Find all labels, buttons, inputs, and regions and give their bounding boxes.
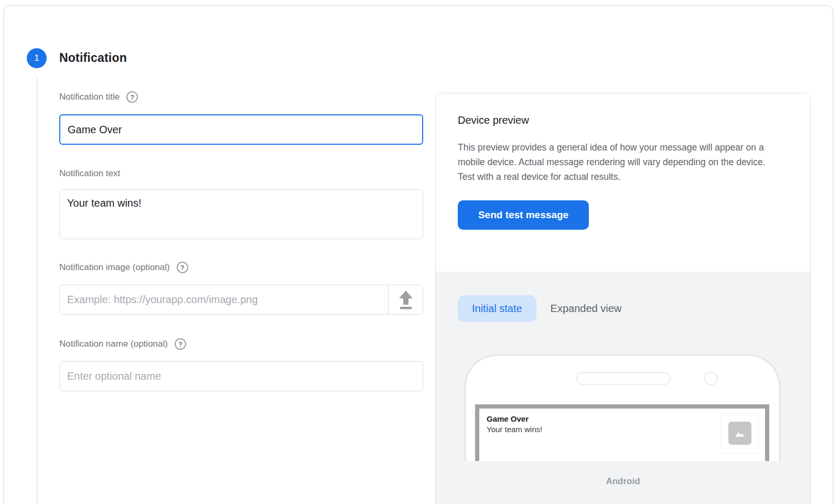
preview-notification-title: Game Over bbox=[487, 414, 758, 424]
device-preview-panel: Device preview This preview provides a g… bbox=[435, 93, 811, 504]
notification-title-input[interactable] bbox=[59, 114, 423, 145]
preview-notification-text: Your team wins! bbox=[487, 424, 758, 435]
notification-name-label-row: Notification name (optional) ? bbox=[59, 338, 186, 350]
notification-image-label-row: Notification image (optional) ? bbox=[59, 262, 188, 273]
help-icon[interactable]: ? bbox=[177, 262, 188, 273]
notification-text-label: Notification text bbox=[59, 168, 120, 179]
notification-title-label: Notification title bbox=[59, 92, 120, 102]
send-test-message-button[interactable]: Send test message bbox=[458, 200, 589, 230]
tab-expanded-view[interactable]: Expanded view bbox=[551, 303, 622, 315]
phone-camera bbox=[704, 372, 718, 385]
notification-text-label-row: Notification text bbox=[59, 168, 120, 179]
phone-illustration: Game Over Your team wins! bbox=[464, 354, 781, 461]
device-preview-description: This preview provides a general idea of … bbox=[458, 140, 775, 184]
preview-notification-content: Game Over Your team wins! bbox=[479, 409, 765, 461]
tab-initial-state[interactable]: Initial state bbox=[458, 295, 536, 322]
notification-name-label: Notification name (optional) bbox=[59, 339, 168, 349]
help-icon[interactable]: ? bbox=[175, 338, 186, 350]
notification-title-label-row: Notification title ? bbox=[59, 91, 138, 103]
step-number-badge: 1 bbox=[27, 48, 47, 68]
device-preview-stage: Initial state Expanded view Game Over Yo… bbox=[436, 272, 810, 504]
notification-image-input[interactable] bbox=[60, 285, 388, 314]
notification-name-input[interactable] bbox=[59, 361, 423, 391]
upload-icon bbox=[397, 289, 415, 310]
notification-image-label: Notification image (optional) bbox=[59, 262, 170, 273]
section-title: Notification bbox=[59, 51, 127, 65]
image-placeholder-icon bbox=[728, 422, 751, 445]
preview-tabs: Initial state Expanded view bbox=[458, 295, 621, 322]
stepper-line bbox=[37, 78, 38, 504]
platform-label: Android bbox=[436, 476, 810, 487]
preview-notification-card: Game Over Your team wins! bbox=[475, 404, 769, 461]
notification-image-field bbox=[59, 285, 423, 315]
step-number: 1 bbox=[34, 53, 39, 63]
notification-text-input[interactable]: Your team wins! bbox=[59, 189, 423, 239]
device-preview-title: Device preview bbox=[458, 114, 788, 126]
help-icon[interactable]: ? bbox=[126, 91, 138, 103]
device-preview-header: Device preview This preview provides a g… bbox=[436, 93, 810, 272]
preview-image-placeholder bbox=[721, 413, 759, 454]
phone-speaker bbox=[576, 372, 671, 385]
upload-image-button[interactable] bbox=[388, 285, 423, 314]
